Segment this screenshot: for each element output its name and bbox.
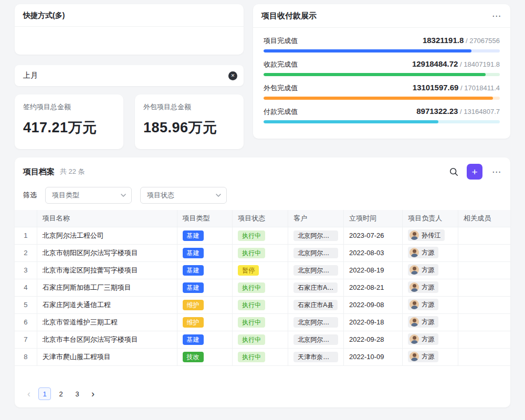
project-name-cell[interactable]: 北京阿尔法工程公司: [37, 227, 177, 244]
project-status-cell[interactable]: 执行中: [233, 348, 288, 365]
metrics-list: 项目完成值 18321191.8 / 27067556 收款完成值 129184…: [253, 28, 510, 123]
table-row[interactable]: 5 石家庄阿道夫通信工程 维护 执行中 石家庄市A县 2022-09-08 方源: [15, 296, 510, 313]
members-cell[interactable]: [458, 313, 511, 331]
column-header-owner[interactable]: 项目负责人: [403, 210, 458, 227]
start-date-cell[interactable]: 2022-09-28: [344, 331, 403, 348]
table-row[interactable]: 8 天津市爬山服工程项目 技改 执行中 天津市奈文… 2022-10-09 方源: [15, 348, 510, 365]
column-header-name[interactable]: 项目名称: [37, 210, 177, 227]
prev-page-icon[interactable]: ‹: [23, 387, 35, 400]
owner-cell[interactable]: 方源: [403, 244, 458, 261]
project-type-cell[interactable]: 基建: [177, 244, 233, 261]
project-status-cell[interactable]: 执行中: [233, 227, 288, 244]
members-cell[interactable]: [458, 348, 511, 365]
progress-bar-fill: [264, 120, 438, 123]
members-cell[interactable]: [458, 227, 511, 244]
customer-cell[interactable]: 北京阿尔法…: [288, 244, 344, 261]
column-header-customer[interactable]: 客户: [288, 210, 344, 227]
project-type-cell[interactable]: 维护: [177, 296, 233, 313]
project-name-cell[interactable]: 北京市海淀区阿拉蕾写字楼项目: [37, 261, 177, 279]
table-row[interactable]: 6 北京市管道维护三期工程 维护 执行中 北京阿尔法… 2022-09-18 方…: [15, 313, 510, 331]
column-header-status[interactable]: 项目状态: [233, 210, 288, 227]
table-row[interactable]: 7 北京市丰台区阿尔法写字楼项目 基建 执行中 北京阿尔法… 2022-09-2…: [15, 331, 510, 348]
project-type-cell[interactable]: 维护: [177, 313, 233, 331]
project-name-cell[interactable]: 北京市朝阳区阿尔法写字楼项目: [37, 244, 177, 261]
start-date-cell[interactable]: 2022-10-09: [344, 348, 403, 365]
owner-badge: 方源: [408, 299, 438, 310]
project-status-cell[interactable]: 执行中: [233, 331, 288, 348]
table-row[interactable]: 1 北京阿尔法工程公司 基建 执行中 北京阿尔法… 2023-07-26 孙传江: [15, 227, 510, 244]
quick-filter-chip[interactable]: 上月 ✕: [15, 65, 244, 86]
customer-cell[interactable]: 天津市奈文…: [288, 348, 344, 365]
more-icon[interactable]: ⋯: [491, 166, 502, 177]
metric-value: 12918484.72 / 18407191.8: [412, 59, 500, 68]
start-date-cell[interactable]: 2022-09-08: [344, 296, 403, 313]
project-type-cell[interactable]: 基建: [177, 279, 233, 296]
members-cell[interactable]: [458, 261, 511, 279]
record-count: 共 22 条: [60, 167, 85, 176]
owner-cell[interactable]: 方源: [403, 348, 458, 365]
avatar: [410, 352, 419, 361]
owner-cell[interactable]: 方源: [403, 331, 458, 348]
owner-cell[interactable]: 方源: [403, 279, 458, 296]
start-date-cell[interactable]: 2022-08-21: [344, 279, 403, 296]
search-button[interactable]: [449, 167, 458, 176]
members-cell[interactable]: [458, 331, 511, 348]
start-date-cell[interactable]: 2022-08-19: [344, 261, 403, 279]
column-header-index: [15, 210, 37, 227]
customer-cell[interactable]: 北京阿尔法…: [288, 261, 344, 279]
filter-project-type-select[interactable]: 项目类型: [45, 187, 132, 204]
page-button-2[interactable]: 2: [55, 387, 67, 400]
project-name-cell[interactable]: 天津市爬山服工程项目: [37, 348, 177, 365]
page-button-1[interactable]: 1: [38, 387, 51, 400]
project-type-cell[interactable]: 基建: [177, 261, 233, 279]
project-status-cell[interactable]: 执行中: [233, 313, 288, 331]
project-status-cell[interactable]: 执行中: [233, 296, 288, 313]
table-row[interactable]: 4 石家庄阿斯加德工厂三期项目 基建 执行中 石家庄市A… 2022-08-21…: [15, 279, 510, 296]
members-cell[interactable]: [458, 296, 511, 313]
start-date-cell[interactable]: 2022-08-03: [344, 244, 403, 261]
type-badge: 基建: [183, 334, 204, 345]
project-name-cell[interactable]: 石家庄阿斯加德工厂三期项目: [37, 279, 177, 296]
type-badge: 基建: [183, 248, 204, 258]
start-date-cell[interactable]: 2022-09-18: [344, 313, 403, 331]
table-row[interactable]: 2 北京市朝阳区阿尔法写字楼项目 基建 执行中 北京阿尔法… 2022-08-0…: [15, 244, 510, 261]
clear-filter-icon[interactable]: ✕: [228, 71, 237, 80]
add-button[interactable]: +: [467, 164, 482, 180]
next-page-icon[interactable]: ›: [87, 387, 99, 400]
more-icon[interactable]: ⋯: [491, 10, 502, 22]
start-date-cell[interactable]: 2023-07-26: [344, 227, 403, 244]
customer-cell[interactable]: 北京阿尔法…: [288, 331, 344, 348]
metric: 收款完成值 12918484.72 / 18407191.8: [264, 59, 500, 76]
project-name-cell[interactable]: 北京市管道维护三期工程: [37, 313, 177, 331]
column-header-members[interactable]: 相关成员: [458, 210, 511, 227]
owner-cell[interactable]: 方源: [403, 313, 458, 331]
project-type-cell[interactable]: 基建: [177, 227, 233, 244]
progress-bar: [264, 73, 500, 76]
project-type-cell[interactable]: 技改: [177, 348, 233, 365]
metric-total: / 17018411.4: [458, 84, 500, 92]
customer-cell[interactable]: 北京阿尔法…: [288, 313, 344, 331]
owner-cell[interactable]: 孙传江: [403, 227, 458, 244]
column-header-date[interactable]: 立项时间: [344, 210, 403, 227]
project-type-cell[interactable]: 基建: [177, 331, 233, 348]
status-badge: 执行中: [238, 317, 265, 328]
members-cell[interactable]: [458, 244, 511, 261]
project-name-cell[interactable]: 石家庄阿道夫通信工程: [37, 296, 177, 313]
members-cell[interactable]: [458, 279, 511, 296]
project-status-cell[interactable]: 执行中: [233, 279, 288, 296]
project-status-cell[interactable]: 暂停: [233, 261, 288, 279]
project-status-cell[interactable]: 执行中: [233, 244, 288, 261]
owner-cell[interactable]: 方源: [403, 296, 458, 313]
column-header-type[interactable]: 项目类型: [177, 210, 233, 227]
customer-cell[interactable]: 北京阿尔法…: [288, 227, 344, 244]
page-button-3[interactable]: 3: [71, 387, 83, 400]
payment-overview-card: 项目收付款展示 ⋯ 项目完成值 18321191.8 / 27067556 收款…: [253, 4, 510, 139]
customer-cell[interactable]: 石家庄市A县: [288, 296, 344, 313]
filter-project-status-select[interactable]: 项目状态: [140, 187, 227, 204]
project-name-cell[interactable]: 北京市丰台区阿尔法写字楼项目: [37, 331, 177, 348]
owner-cell[interactable]: 方源: [403, 261, 458, 279]
table-title: 项目档案: [23, 167, 55, 177]
table-row[interactable]: 3 北京市海淀区阿拉蕾写字楼项目 基建 暂停 北京阿尔法… 2022-08-19…: [15, 261, 510, 279]
owner-badge: 方源: [408, 281, 438, 293]
customer-cell[interactable]: 石家庄市A…: [288, 279, 344, 296]
